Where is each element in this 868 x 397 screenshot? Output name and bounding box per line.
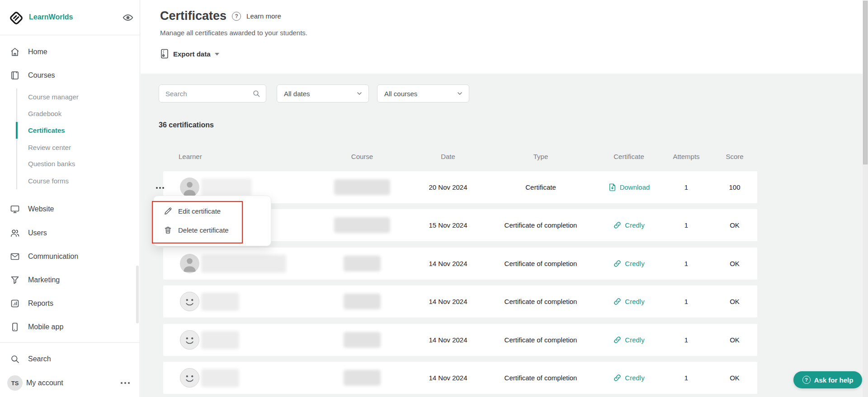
column-attempts: Attempts: [660, 153, 712, 160]
ask-for-help-label: Ask for help: [814, 376, 854, 384]
sidebar-item-label: Search: [28, 355, 51, 363]
cell-date: 14 Nov 2024: [412, 285, 484, 318]
sidebar-item-course-manager[interactable]: Course manager: [28, 89, 140, 105]
sidebar-header: LearnWorlds: [0, 0, 140, 35]
help-question-icon[interactable]: ?: [232, 12, 241, 21]
dates-filter-value: All dates: [284, 90, 310, 98]
sidebar-item-website[interactable]: Website: [0, 199, 140, 219]
search-input[interactable]: [165, 85, 247, 102]
sidebar-item-marketing[interactable]: Marketing: [0, 270, 140, 290]
sidebar-item-courses[interactable]: Courses: [0, 65, 140, 85]
sidebar-item-course-forms[interactable]: Course forms: [28, 173, 140, 189]
learner-name-blurred: [201, 255, 286, 273]
cell-attempts: 1: [660, 171, 712, 203]
sub-item-label: Review center: [28, 144, 71, 151]
person-avatar: [180, 177, 199, 197]
edit-certificate-menu-item[interactable]: Edit certificate: [164, 207, 221, 215]
sidebar-item-review-center[interactable]: Review center: [28, 139, 140, 156]
learnworlds-admin-app: LearnWorlds Home Courses Course manager: [0, 0, 868, 397]
dates-filter-select[interactable]: All dates: [277, 84, 369, 103]
learner-name-blurred: [201, 331, 239, 349]
sidebar-item-search[interactable]: Search: [0, 349, 140, 369]
account-more-icon[interactable]: [118, 378, 132, 388]
sidebar-item-users[interactable]: Users: [0, 223, 140, 243]
sidebar-scrollbar-thumb[interactable]: [136, 266, 139, 323]
sidebar-item-mobile-app[interactable]: Mobile app: [0, 317, 140, 337]
column-certificate: Certificate: [593, 153, 665, 160]
page-scrollbar[interactable]: [863, 0, 868, 397]
cell-score: OK: [712, 248, 757, 280]
cell-attempts: 1: [660, 248, 712, 280]
preview-eye-icon[interactable]: [121, 12, 135, 23]
menu-item-label: Delete certificate: [178, 226, 229, 234]
courses-filter-select[interactable]: All courses: [377, 84, 469, 103]
credly-link[interactable]: Credly: [593, 248, 665, 280]
column-course: Course: [312, 153, 412, 160]
sidebar: LearnWorlds Home Courses Course manager: [0, 0, 140, 397]
course-name-blurred: [344, 370, 381, 386]
sidebar-item-communication[interactable]: Communication: [0, 247, 140, 266]
smiley-avatar: [180, 292, 199, 311]
chevron-down-icon: [356, 90, 363, 97]
book-icon: [9, 70, 20, 81]
column-type: Type: [484, 153, 597, 160]
sidebar-item-label: My account: [26, 379, 63, 387]
sidebar-item-label: Reports: [28, 299, 53, 308]
certificate-link-label: Download: [620, 183, 650, 191]
course-name-blurred: [334, 217, 390, 233]
question-circle-icon: ?: [802, 376, 811, 384]
credly-link[interactable]: Credly: [593, 209, 665, 241]
column-learner: Learner: [179, 153, 202, 160]
certificate-link-label: Credly: [625, 260, 644, 267]
sidebar-item-label: Marketing: [28, 276, 60, 284]
certificate-link-label: Credly: [625, 336, 644, 344]
smiley-avatar: [180, 368, 199, 388]
delete-certificate-menu-item[interactable]: Delete certificate: [164, 226, 229, 234]
export-data-label: Export data: [173, 50, 211, 58]
export-data-button[interactable]: Export data: [160, 49, 219, 59]
ask-for-help-button[interactable]: ? Ask for help: [793, 371, 862, 388]
sidebar-item-gradebook[interactable]: Gradebook: [28, 105, 140, 122]
column-score: Score: [712, 153, 757, 160]
credly-link[interactable]: Credly: [593, 324, 665, 356]
table-row: 14 Nov 2024 Certificate of completion Cr…: [163, 285, 757, 318]
sidebar-item-home[interactable]: Home: [0, 42, 140, 62]
sub-item-label: Course manager: [28, 93, 79, 101]
course-name-blurred: [344, 332, 381, 348]
cell-attempts: 1: [660, 362, 712, 394]
learner-name-blurred: [201, 178, 252, 196]
cell-attempts: 1: [660, 209, 712, 241]
zip-file-icon: [160, 49, 169, 59]
menu-item-label: Edit certificate: [178, 207, 221, 215]
row-more-actions-icon[interactable]: [154, 182, 166, 193]
row-context-menu: Edit certificate Delete certificate: [153, 196, 271, 246]
sidebar-footer-divider: [0, 342, 140, 343]
sidebar-item-reports[interactable]: Reports: [0, 294, 140, 313]
sub-item-label: Question banks: [28, 160, 75, 168]
link-icon: [613, 221, 622, 229]
cell-date: 14 Nov 2024: [412, 248, 484, 280]
learn-more-link[interactable]: Learn more: [246, 12, 281, 20]
certificates-search-box: [159, 84, 266, 103]
cell-date: 14 Nov 2024: [412, 324, 484, 356]
credly-link[interactable]: Credly: [593, 285, 665, 318]
cell-type: Certificate of completion: [484, 362, 597, 394]
home-icon: [9, 47, 20, 57]
page-scrollbar-thumb[interactable]: [863, 1, 868, 164]
cell-type: Certificate of completion: [484, 248, 597, 280]
cell-score: OK: [712, 324, 757, 356]
pencil-icon: [164, 207, 172, 215]
cell-date: 20 Nov 2024: [412, 171, 484, 203]
sidebar-item-question-banks[interactable]: Question banks: [28, 155, 140, 172]
credly-link[interactable]: Credly: [593, 362, 665, 394]
download-link[interactable]: Download: [593, 171, 665, 203]
cell-type: Certificate of completion: [484, 324, 597, 356]
sub-item-label: Certificates: [28, 126, 65, 134]
cell-score: 100: [712, 171, 757, 203]
pdf-download-icon: [608, 183, 617, 191]
link-icon: [613, 374, 622, 382]
caret-down-icon: [215, 53, 219, 56]
sidebar-item-certificates[interactable]: Certificates: [28, 122, 140, 139]
cell-type: Certificate: [484, 171, 597, 203]
course-name-blurred: [344, 294, 381, 309]
